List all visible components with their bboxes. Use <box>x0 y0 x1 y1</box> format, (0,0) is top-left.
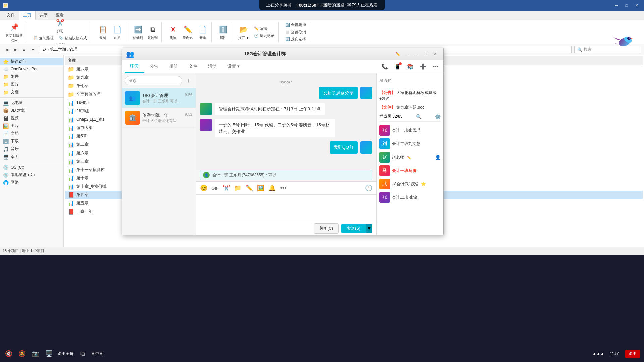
back-button[interactable]: ◀ <box>3 46 11 54</box>
video-call-icon[interactable]: 📱 <box>392 62 402 72</box>
search-members-icon[interactable]: 🔍 <box>416 114 422 119</box>
copy-button[interactable]: 📋 复制 <box>96 23 109 41</box>
history-button[interactable]: 🕐历史记录 <box>252 33 276 39</box>
sidebar-item-downloads[interactable]: ⬇️ 下载 <box>0 137 63 145</box>
add-icon[interactable]: ➕ <box>418 62 428 72</box>
rename-button[interactable]: ✏️ 重命名 <box>181 23 195 41</box>
qq-more-button[interactable]: ⋯ <box>403 50 411 58</box>
gif-button[interactable]: GIF <box>210 183 220 193</box>
close-button[interactable]: ✕ <box>632 2 641 9</box>
new-button[interactable]: 📄 新建 <box>196 23 209 41</box>
tab-file[interactable]: 文件 <box>3 11 19 19</box>
minimize-button[interactable]: ─ <box>612 2 621 9</box>
sidebar-item-images[interactable]: 🖼️ 图片 <box>0 122 63 130</box>
open-button[interactable]: 📂 打开 ▼ <box>237 23 251 41</box>
emoji-button[interactable]: 😊 <box>199 183 209 193</box>
screen-icon[interactable]: 🖥️ <box>44 349 54 358</box>
copy-path-button[interactable]: 📋 复制路径 <box>31 35 56 41</box>
copyto-button[interactable]: ⧉ 复制到 <box>146 23 159 41</box>
chat-item-travel[interactable]: 🏛️ 旅游学院一年 9:52 合计:各位老师还有法 <box>122 108 196 128</box>
title-bar-icons: 📁 <box>3 3 8 8</box>
pdf-icon: 📕 <box>68 192 74 198</box>
maximize-button[interactable]: □ <box>622 2 631 9</box>
camera-icon[interactable]: 📷 <box>31 349 40 358</box>
tab-activity[interactable]: 活动 <box>203 61 222 73</box>
up-button[interactable]: ▲ <box>20 46 28 54</box>
send-dropdown-button[interactable]: ▼ <box>366 224 372 233</box>
cut-button[interactable]: ✂️ 剪切 <box>53 17 67 34</box>
ribbon-group-select: ☑️全部选择 ◻️全部取消 🔄反向选择 <box>281 22 310 42</box>
ppt-icon: 📊 <box>68 125 74 131</box>
close-chat-button[interactable]: 关闭(C) <box>314 223 339 234</box>
forward-button[interactable]: ▶ <box>11 46 19 54</box>
member-avatar: 武 <box>379 179 390 189</box>
sidebar-item-onedrive[interactable]: ☁️ OneDrive - Per <box>0 65 63 73</box>
qq-search-input[interactable] <box>125 76 182 85</box>
tab-settings[interactable]: 设置 ▾ <box>222 61 245 73</box>
ribbon-group-props: ℹ️ 属性 <box>214 22 232 42</box>
sidebar-item-documents[interactable]: 📁 文档 <box>0 88 63 96</box>
mute-icon[interactable]: 🔕 <box>17 349 27 358</box>
sidebar-item-music[interactable]: 🎵 音乐 <box>0 145 63 153</box>
paste-button[interactable]: 📄 粘贴 <box>111 23 124 41</box>
sidebar-item-osdrive[interactable]: 💿 OS (C:) <box>0 164 63 171</box>
qq-close-button[interactable]: ✕ <box>431 50 439 58</box>
pip-text[interactable]: 画中画 <box>91 351 103 357</box>
edit-group-name-icon[interactable]: ✏️ <box>395 52 400 56</box>
more-icon[interactable]: ••• <box>431 62 441 72</box>
volume-icon[interactable]: 🔇 <box>4 349 13 358</box>
image-button[interactable]: 🖼️ <box>256 183 266 193</box>
tab-home[interactable]: 主页 <box>19 11 36 20</box>
delete-button[interactable]: ✕ 删除 <box>166 23 180 41</box>
sidebar-item-localdisk[interactable]: 💿 本地磁盘 (D:) <box>0 171 63 179</box>
moveto-label: 移动到 <box>133 36 143 40</box>
recent-button[interactable]: ▼ <box>29 46 37 54</box>
screenshot-button[interactable]: ✏️ <box>244 183 254 193</box>
send-button[interactable]: 发送(S) <box>341 224 366 233</box>
edit-icon[interactable]: ✏️ <box>407 156 411 159</box>
tab-files[interactable]: 文件 <box>183 61 203 73</box>
sidebar-item-video[interactable]: 🎬 视频 <box>0 114 63 122</box>
edit-button[interactable]: ✏️编辑 <box>252 25 276 32</box>
sidebar-item-docs[interactable]: 📄 文档 <box>0 130 63 137</box>
selectall-button[interactable]: ☑️全部选择 <box>283 22 308 28</box>
chat-item-18g[interactable]: 👥 18G会计管理 9:56 会计一班 王乐月 可以... <box>122 88 196 108</box>
tab-announcement[interactable]: 公告 <box>144 61 164 73</box>
pin-to-quickaccess-button[interactable]: 📌 固定到快速访问 <box>5 21 24 43</box>
paste-shortcut-button[interactable]: 📎 粘贴快捷方式 <box>57 35 89 41</box>
sidebar-item-desktop[interactable]: 🖥️ 桌面 <box>0 153 63 161</box>
sidebar-item-3dobjects[interactable]: 📦 3D 对象 <box>0 107 63 114</box>
qq-message-input[interactable] <box>200 197 372 219</box>
sidebar-item-attachments[interactable]: 📁 附件 <box>0 73 63 80</box>
course-icon[interactable]: 📚 <box>405 62 415 72</box>
notification-button[interactable]: 🔔 <box>267 183 277 193</box>
properties-button[interactable]: ℹ️ 属性 <box>216 23 230 41</box>
sidebar-item-label: 附件 <box>11 74 19 79</box>
invertselect-button[interactable]: 🔄反向选择 <box>283 36 308 42</box>
history-button[interactable]: 🕐 <box>364 183 374 193</box>
qq-minimize-button[interactable]: ─ <box>413 50 421 58</box>
qq-resize-button[interactable]: □ <box>422 50 430 58</box>
pip-icon[interactable]: ⧉ <box>78 349 87 358</box>
sidebar-item-thispc[interactable]: 💻 此电脑 <box>0 99 63 107</box>
add-chat-button[interactable]: ＋ <box>184 76 193 85</box>
tab-share[interactable]: 共享 <box>36 11 52 19</box>
qq-messages[interactable]: 9:45:47 发起了屏幕分享 管理会计期末考试时间初步定在：7月3日 上午9-… <box>196 73 376 170</box>
folder-button[interactable]: 📁 <box>233 183 243 193</box>
tab-album[interactable]: 相册 <box>164 61 183 73</box>
exit-button[interactable]: 退出 <box>625 350 640 358</box>
sidebar-item-pictures[interactable]: 📁 图片 <box>0 80 63 88</box>
tab-chat[interactable]: 聊天 <box>125 61 144 73</box>
message-bubble: 发起了屏幕分享 <box>319 87 358 99</box>
sidebar-item-network[interactable]: 🌐 网络 <box>0 179 63 186</box>
manage-members-icon[interactable]: ⚙️ <box>435 114 441 119</box>
exit-fullscreen-text[interactable]: 退出全屏 <box>58 351 74 357</box>
chat-bottom-status: 👤 会计一班 王东月(747663655)：可以 <box>200 170 372 180</box>
cut-button[interactable]: ✂️ <box>221 183 231 193</box>
more-toolbar-button[interactable]: ••• <box>278 183 288 193</box>
voice-call-icon[interactable]: 📞 <box>380 62 390 72</box>
member-item: 刘 会计二班刘文慧 <box>379 137 441 150</box>
moveto-button[interactable]: ➡️ 移动到 <box>131 23 145 41</box>
sidebar-item-quickaccess[interactable]: ⭐ 快速访问 <box>0 58 63 65</box>
selectnone-button[interactable]: ◻️全部取消 <box>283 29 308 35</box>
